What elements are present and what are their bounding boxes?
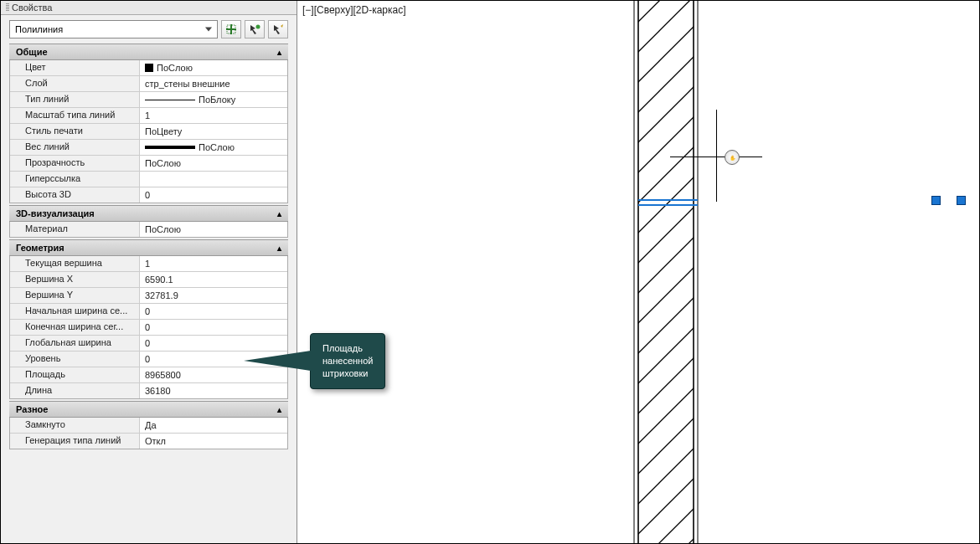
prop-curvertex-value[interactable]: 1 (140, 256, 287, 271)
prop-layer-label: Слой (10, 76, 140, 91)
prop-len-label: Длина (10, 383, 140, 398)
prop-plotstyle-value[interactable]: ПоЦвету (140, 124, 287, 139)
wall-drawing (297, 1, 979, 543)
properties-toolbar: Полилиния (1, 15, 297, 44)
prop-endw-label: Конечная ширина сег... (10, 320, 140, 335)
section-misc-body: ЗамкнутоДа Генерация типа линийОткл (9, 418, 288, 449)
prop-curvertex-label: Текущая вершина (10, 256, 140, 271)
prop-lineweight-value[interactable]: ПоСлою (140, 140, 287, 155)
prop-height3d-label: Высота 3D (10, 187, 140, 203)
prop-lineweight-label: Вес линий (10, 140, 140, 155)
chevron-up-icon: ▴ (277, 48, 281, 57)
pan-cursor-icon: ✋ (725, 150, 740, 165)
callout-line1: Площадь (322, 342, 373, 355)
grip-mid[interactable] (957, 196, 966, 205)
prop-elev-label: Уровень (10, 352, 140, 367)
prop-ltscale-value[interactable]: 1 (140, 108, 287, 123)
section-viz3d-body: МатериалПоСлою (9, 222, 288, 238)
svg-point-3 (256, 25, 260, 29)
object-type-value: Полилиния (15, 24, 63, 34)
quick-select-icon (225, 23, 237, 35)
panel-title-text: Свойства (12, 3, 52, 13)
prop-transparency-label: Прозрачность (10, 156, 140, 171)
svg-marker-11 (244, 351, 311, 371)
color-swatch-icon (145, 64, 153, 72)
hint-callout: Площадь нанесенной штриховки (310, 333, 385, 389)
section-general-body: ЦветПоСлою Слойстр_стены внешние Тип лин… (9, 60, 288, 203)
prop-color-value[interactable]: ПоСлою (140, 60, 287, 75)
crosshair-vertical (716, 110, 717, 202)
panel-title: Свойства (1, 1, 297, 15)
callout-line3: штриховки (322, 367, 373, 380)
prop-closed-label: Замкнуто (10, 418, 140, 433)
section-viz3d-header[interactable]: 3D-визуализация ▴ (9, 205, 288, 222)
properties-panel: Свойства Полилиния Общие ▴ ЦветПоСлою Сл… (1, 1, 297, 543)
prop-linetype-label: Тип линий (10, 92, 140, 107)
prop-vy-label: Вершина Y (10, 288, 140, 303)
prop-height3d-value[interactable]: 0 (140, 187, 287, 203)
prop-vx-label: Вершина X (10, 272, 140, 287)
prop-linetype-value[interactable]: ПоБлоку (140, 92, 287, 107)
section-geom-body: Текущая вершина1 Вершина X6590.1 Вершина… (9, 256, 288, 399)
prop-material-value[interactable]: ПоСлою (140, 222, 287, 237)
svg-rect-4 (638, 1, 694, 543)
prop-area-label: Площадь (10, 367, 140, 382)
chevron-up-icon: ▴ (277, 405, 281, 414)
section-misc-title: Разное (16, 404, 48, 414)
callout-line2: нанесенной (322, 355, 373, 367)
svg-rect-1 (226, 28, 236, 30)
lineweight-swatch-icon (145, 146, 195, 149)
grip-left[interactable] (931, 196, 941, 205)
callout-arrow-icon (244, 351, 311, 371)
section-general-header[interactable]: Общие ▴ (9, 44, 288, 60)
prop-endw-value[interactable]: 0 (140, 320, 287, 335)
drawing-viewport[interactable]: [−][Сверху][2D-каркас] ✋ (297, 1, 979, 543)
chevron-up-icon: ▴ (277, 244, 281, 253)
section-general-title: Общие (16, 47, 48, 57)
section-viz3d-title: 3D-визуализация (16, 208, 95, 218)
select-objects-button[interactable] (268, 20, 288, 38)
prop-vy-value[interactable]: 32781.9 (140, 288, 287, 303)
prop-hyperlink-label: Гиперссылка (10, 172, 140, 187)
prop-globalw-label: Глобальная ширина (10, 336, 140, 351)
object-type-dropdown[interactable]: Полилиния (9, 20, 218, 38)
chevron-up-icon: ▴ (277, 209, 281, 218)
prop-startw-value[interactable]: 0 (140, 304, 287, 319)
prop-ltgen-label: Генерация типа линий (10, 434, 140, 449)
prop-ltscale-label: Масштаб типа линий (10, 108, 140, 123)
prop-ltgen-value[interactable]: Откл (140, 434, 287, 449)
prop-globalw-value[interactable]: 0 (140, 336, 287, 351)
pickadd-icon (249, 23, 260, 35)
section-geom-header[interactable]: Геометрия ▴ (9, 239, 288, 256)
prop-plotstyle-label: Стиль печати (10, 124, 140, 139)
prop-len-value[interactable]: 36180 (140, 383, 287, 398)
linetype-swatch-icon (145, 100, 195, 100)
prop-layer-value[interactable]: стр_стены внешние (140, 76, 287, 91)
quick-select-button[interactable] (221, 20, 241, 38)
pickadd-toggle-button[interactable] (245, 20, 265, 38)
prop-closed-value[interactable]: Да (140, 418, 287, 433)
prop-vx-value[interactable]: 6590.1 (140, 272, 287, 287)
prop-material-label: Материал (10, 222, 140, 237)
select-objects-icon (272, 23, 284, 35)
prop-transparency-value[interactable]: ПоСлою (140, 156, 287, 171)
prop-hyperlink-value[interactable] (140, 172, 287, 187)
prop-startw-label: Начальная ширина се... (10, 304, 140, 319)
prop-color-label: Цвет (10, 60, 140, 75)
section-misc-header[interactable]: Разное ▴ (9, 401, 288, 418)
section-geom-title: Геометрия (16, 243, 64, 253)
